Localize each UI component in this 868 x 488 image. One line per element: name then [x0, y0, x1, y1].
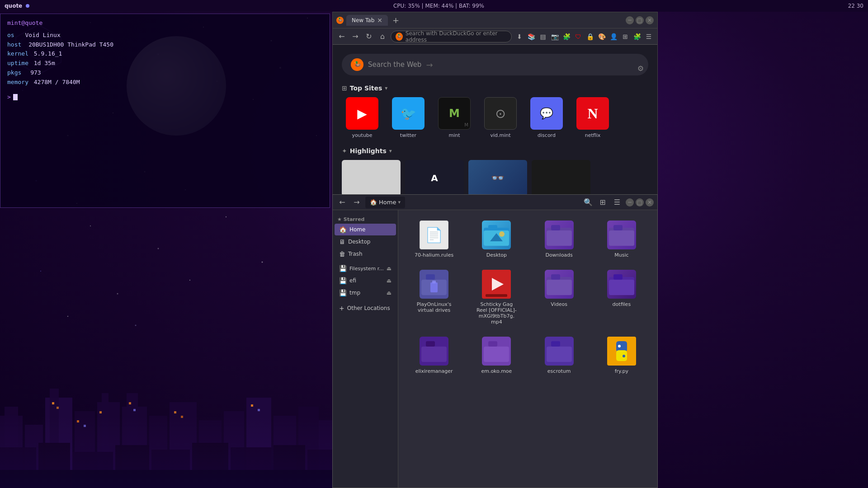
file-item-emoko[interactable]: em.oko.moe [467, 333, 525, 378]
fm-back-btn[interactable]: ← [336, 197, 348, 208]
bookmarks-icon[interactable]: 📚 [526, 32, 536, 42]
file-item-frypy[interactable]: fry.py [593, 333, 651, 378]
file-item-escrotum[interactable]: escrotum [530, 333, 588, 378]
browser-toolbar: ← → ↻ ⌂ 🦆 Search with DuckDuckGo or ente… [333, 28, 657, 45]
browser-new-tab-btn[interactable]: + [391, 15, 401, 25]
svg-rect-104 [551, 341, 560, 347]
fm-view-list-btn[interactable]: ☰ [611, 197, 623, 208]
file-item-playonlinux[interactable]: PlayOnLinux's virtual drives [405, 266, 463, 328]
fm-search-btn[interactable]: 🔍 [582, 197, 594, 208]
top-sites-chevron[interactable]: ▾ [385, 85, 387, 91]
terminal-command-line[interactable]: > [7, 93, 323, 102]
screenshot-icon[interactable]: 📷 [550, 32, 560, 42]
site-tile-vidmint[interactable]: ⊙ vid.mint [480, 97, 521, 138]
site-tile-mint[interactable]: M M mint [434, 97, 475, 138]
highlight-thumb-4[interactable] [532, 160, 590, 196]
fm-view-grid-btn[interactable]: ⊞ [597, 197, 609, 208]
svg-rect-80 [609, 230, 634, 246]
fm-maximize-btn[interactable]: □ [636, 198, 644, 206]
browser-tab-active[interactable]: New Tab ✕ [346, 15, 388, 26]
search-box[interactable]: 🦆 Search the Web → [342, 54, 648, 75]
sidebar-item-other-locations[interactable]: + Other Locations [335, 302, 396, 314]
highlight-thumb-2[interactable]: A [405, 160, 464, 196]
browser-forward-btn[interactable]: → [350, 31, 361, 42]
taskbar: quote CPU: 35% | MEM: 44% | BAT: 99% 22 … [0, 0, 868, 12]
tmp-eject-icon[interactable]: ⏏ [387, 290, 392, 296]
emoko-folder-icon [482, 337, 511, 366]
file-item-elixiremanager[interactable]: elixiremanager [405, 333, 463, 378]
fm-forward-btn[interactable]: → [351, 197, 363, 208]
sidebar-item-home[interactable]: 🏠 Home [335, 224, 396, 235]
browser-maximize-btn[interactable]: □ [636, 16, 644, 24]
elixiremanager-folder-icon [420, 337, 448, 366]
highlight-thumb-3[interactable]: 👓 [468, 160, 527, 196]
file-item-music[interactable]: Music [593, 217, 651, 262]
svg-rect-91 [547, 280, 572, 295]
menu-icon[interactable]: ☰ [644, 32, 654, 42]
browser-refresh-btn[interactable]: ↻ [363, 31, 374, 42]
discord-label: discord [538, 132, 556, 138]
browser-back-btn[interactable]: ← [336, 31, 347, 42]
privacy-icon[interactable]: 🔒 [585, 32, 595, 42]
fm-close-btn[interactable]: ✕ [646, 198, 654, 206]
svg-point-22 [189, 280, 190, 281]
taskbar-indicator [26, 4, 29, 8]
svg-rect-78 [551, 225, 560, 230]
reader-mode-icon[interactable]: ▤ [538, 32, 548, 42]
grid-icon[interactable]: ⊞ [620, 32, 630, 42]
terminal-prompt-text: mint@quote [7, 19, 42, 26]
browser-home-btn[interactable]: ⌂ [377, 31, 388, 42]
file-item-dotfiles[interactable]: dotfiles [593, 266, 651, 328]
extensions-icon[interactable]: 🧩 [632, 32, 642, 42]
discord-icon: 💬 [530, 97, 563, 130]
newtab-settings-icon[interactable]: ⚙ [637, 64, 644, 73]
site-tile-twitter[interactable]: 🐦 twitter [388, 97, 429, 138]
highlights-chevron[interactable]: ▾ [389, 148, 392, 154]
container-icon[interactable]: 🧩 [561, 32, 571, 42]
file-item-downloads[interactable]: Downloads [530, 217, 588, 262]
sidebar-item-tmp[interactable]: 💾 tmp ⏏ [335, 287, 396, 299]
file-item-desktop[interactable]: Desktop [467, 217, 525, 262]
site-tile-youtube[interactable]: ▶ youtube [342, 97, 382, 138]
svg-point-17 [90, 225, 91, 226]
svg-rect-86 [432, 281, 436, 283]
site-tile-netflix[interactable]: N netflix [572, 97, 613, 138]
sidebar-item-efi[interactable]: 💾 efi ⏏ [335, 275, 396, 286]
svg-rect-43 [99, 411, 102, 413]
file-label-dotfiles: dotfiles [613, 301, 631, 307]
netflix-label: netflix [585, 132, 601, 138]
site-tile-discord[interactable]: 💬 discord [526, 97, 567, 138]
browser-close-btn[interactable]: ✕ [646, 16, 654, 24]
file-item-70halium[interactable]: 📄 70-halium.rules [405, 217, 463, 262]
taskbar-time: 22 30 [848, 3, 863, 9]
filesystem-icon: 💾 [339, 265, 347, 272]
file-item-video[interactable]: Schticky Gag Reel [OFFICIAL]-mXGl9tbTb7g… [467, 266, 525, 328]
sidebar-item-trash[interactable]: 🗑 Trash [335, 248, 396, 260]
fm-sidebar: ★ Starred 🏠 Home 🖥 Desktop 🗑 Trash 💾 Fil… [333, 210, 398, 488]
desktop-icon: 🖥 [339, 238, 345, 245]
theme-icon[interactable]: 🎨 [597, 32, 607, 42]
browser-minimize-btn[interactable]: ─ [626, 16, 634, 24]
highlight-thumb-1[interactable] [342, 160, 401, 196]
terminal-cursor [13, 94, 18, 100]
efi-eject-icon[interactable]: ⏏ [387, 277, 392, 284]
browser-tab-close-btn[interactable]: ✕ [377, 17, 382, 24]
sidebar-item-desktop[interactable]: 🖥 Desktop [335, 236, 396, 248]
fm-titlebar: ← → 🏠 Home ▾ 🔍 ⊞ ☰ ─ □ ✕ [333, 195, 657, 210]
browser-toolbar-icons: ⬇ 📚 ▤ 📷 🧩 🛡 🔒 🎨 👤 ⊞ 🧩 ☰ [514, 32, 654, 42]
file-item-videos[interactable]: Videos [530, 266, 588, 328]
ublock-icon[interactable]: 🛡 [573, 32, 583, 42]
file-label-music: Music [614, 252, 628, 258]
search-arrow-icon: → [426, 60, 433, 70]
file-label-elixiremanager: elixiremanager [415, 368, 453, 374]
sidebar-item-filesystem[interactable]: 💾 Filesystem r... ⏏ [335, 263, 396, 274]
browser-window: 🦆 New Tab ✕ + ─ □ ✕ ← → ↻ ⌂ 🦆 Search wit… [332, 12, 658, 199]
svg-rect-85 [430, 282, 438, 292]
filesystem-eject-icon[interactable]: ⏏ [387, 265, 392, 272]
downloads-icon[interactable]: ⬇ [514, 32, 524, 42]
fm-minimize-btn[interactable]: ─ [626, 198, 634, 206]
browser-address-bar[interactable]: 🦆 Search with DuckDuckGo or enter addres… [391, 31, 512, 42]
account-icon[interactable]: 👤 [609, 32, 618, 42]
file-label-emoko: em.oko.moe [481, 368, 512, 374]
svg-rect-98 [426, 341, 435, 347]
